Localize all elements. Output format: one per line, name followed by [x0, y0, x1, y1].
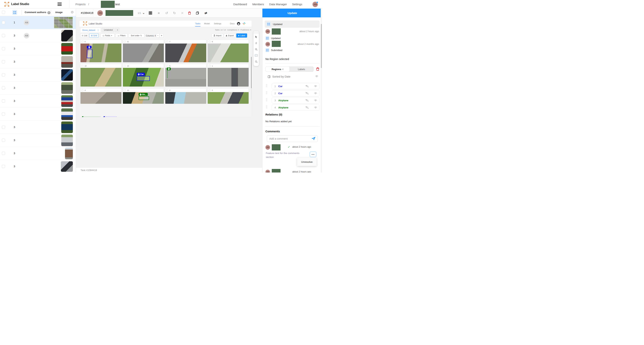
row-checkbox[interactable] [2, 73, 5, 77]
column-image[interactable]: image [55, 11, 62, 14]
reset-icon[interactable]: ✕ [180, 11, 184, 15]
update-button[interactable]: Update [262, 9, 322, 17]
drag-handle[interactable] [266, 98, 267, 101]
annotation-side-panel: Update Updated AN about 2 hours ago Upda… [262, 9, 322, 173]
nav-dashboard[interactable]: Dashboard [233, 3, 247, 6]
task-row[interactable]: 3 [0, 147, 76, 160]
sort-by-selector[interactable]: Sorted by Date [268, 75, 290, 78]
region-bbox-airplane-2[interactable] [138, 96, 149, 100]
fit-screen-tool-icon[interactable] [254, 52, 259, 59]
delete-annotation-icon[interactable] [188, 12, 192, 15]
row-checkbox[interactable] [2, 152, 5, 155]
history-user-avatar: AN [266, 29, 270, 34]
drag-handle[interactable] [266, 91, 267, 94]
redacted-user-name [272, 169, 280, 173]
unresolve-menu-item[interactable]: Unresolve [297, 158, 316, 166]
delete-regions-icon[interactable] [316, 67, 319, 71]
redo-icon[interactable]: ↻ [172, 11, 176, 15]
task-row[interactable]: 3 AN [0, 29, 76, 42]
row-checkbox[interactable] [2, 99, 5, 103]
gear-icon[interactable]: ⚙ [70, 10, 74, 15]
nav-settings[interactable]: Settings [292, 3, 302, 6]
tab-labels[interactable]: Labels [290, 67, 314, 72]
help-icon[interactable]: ? [48, 11, 50, 14]
region-tag-airplane-2[interactable]: Air... [138, 93, 148, 96]
undo-icon[interactable]: ↺ [164, 11, 169, 15]
task-row[interactable]: 3 [0, 160, 76, 173]
annotator-avatar[interactable]: AN [97, 10, 103, 16]
task-row[interactable]: 3 [0, 42, 76, 55]
row-checkbox[interactable] [2, 21, 5, 24]
task-image[interactable]: Label Studio Tasks Model Settings Docs D… [80, 21, 252, 117]
select-all-checkbox[interactable] [2, 11, 5, 14]
card-icon [268, 75, 270, 78]
region-bbox-airplane-1[interactable] [167, 71, 168, 78]
region-row[interactable]: 4 Airplane [272, 104, 320, 111]
task-row[interactable]: 3 [0, 95, 76, 108]
annotation-pager[interactable]: 1/1⌄ [138, 12, 145, 15]
dm-screenshot-header: Label Studio Tasks Model Settings Docs [80, 21, 252, 27]
drag-handle[interactable] [266, 105, 267, 108]
task-row[interactable]: 3 [0, 121, 76, 134]
pan-tool-icon[interactable] [254, 40, 259, 46]
comment-author-avatar: AN [266, 145, 270, 150]
grid-view-icon[interactable] [149, 12, 153, 15]
task-row[interactable]: 3 [0, 108, 76, 121]
toggle-all-visibility-icon[interactable] [315, 75, 318, 78]
drag-handle[interactable] [266, 84, 267, 87]
palette-drag-handle[interactable] [254, 31, 259, 34]
task-row[interactable]: 3 [0, 134, 76, 147]
panel-scrollbar [321, 9, 322, 173]
tab-regions[interactable]: Regions 4 [266, 67, 290, 72]
scrollbar-thumb[interactable] [321, 24, 322, 68]
region-visibility-icon[interactable] [314, 92, 317, 95]
task-row[interactable]: 3 [0, 68, 76, 82]
comment-menu-button[interactable]: ••• [310, 152, 316, 157]
region-tag-airplane-1[interactable] [167, 68, 171, 70]
region-row[interactable]: 3 Airplane [272, 97, 320, 104]
row-checkbox[interactable] [2, 113, 5, 116]
breadcrumb-projects[interactable]: Projects [76, 3, 86, 6]
task-number: 3 [12, 165, 17, 168]
annotation-icon [266, 36, 269, 40]
row-checkbox[interactable] [2, 86, 5, 90]
task-row[interactable]: 3 [0, 55, 76, 68]
comment-input[interactable] [267, 135, 318, 142]
region-bbox-car-1[interactable] [87, 50, 92, 58]
transfer-icon[interactable]: ⇄ [204, 11, 208, 15]
zoom-in-tool-icon[interactable] [254, 46, 259, 52]
history-current-item[interactable]: Updated [265, 21, 320, 28]
task-number: 3 [12, 60, 17, 63]
user-avatar[interactable]: AN [312, 2, 318, 7]
move-tool-icon[interactable] [254, 34, 259, 40]
row-checkbox[interactable] [2, 60, 5, 63]
nav-members[interactable]: Members [252, 3, 264, 6]
task-number: 3 [12, 112, 17, 116]
region-bbox-car-2[interactable] [137, 76, 150, 81]
star-icon[interactable]: ★ [157, 11, 161, 15]
row-checkbox[interactable] [2, 139, 5, 142]
region-visibility-icon[interactable] [314, 85, 317, 88]
duplicate-icon[interactable] [196, 12, 200, 15]
row-checkbox[interactable] [2, 165, 5, 168]
regions-column-icon[interactable] [12, 10, 17, 15]
dm-toolbar: ≣List ⊞Grid ◎Fields▼ ⚌Filters Sort order… [80, 33, 252, 39]
nav-data-manager[interactable]: Data Manager [269, 3, 287, 6]
task-row[interactable]: 1 AN [0, 16, 76, 29]
row-checkbox[interactable] [2, 126, 5, 129]
region-tag-car-2[interactable]: Car [137, 73, 145, 76]
annotation-toolbar: #1084418 AN 1/1⌄ ★ ↺ ↻ ✕ ⇄ [76, 9, 262, 17]
menu-icon[interactable] [58, 3, 62, 6]
column-comment-authors[interactable]: Comment authors? [25, 11, 50, 14]
region-visibility-icon[interactable] [314, 106, 317, 109]
region-tag-car-1[interactable] [87, 46, 92, 49]
region-visibility-icon[interactable] [314, 99, 317, 102]
zoom-out-tool-icon[interactable] [254, 59, 259, 65]
row-checkbox[interactable] [2, 34, 5, 37]
region-row[interactable]: 2 Car [272, 90, 320, 96]
send-comment-icon[interactable] [312, 137, 316, 140]
row-checkbox[interactable] [2, 47, 5, 50]
history-timestamp: about 2 months ago [298, 43, 319, 46]
task-row[interactable]: 3 [0, 82, 76, 95]
region-row[interactable]: 1 Car [272, 83, 320, 89]
